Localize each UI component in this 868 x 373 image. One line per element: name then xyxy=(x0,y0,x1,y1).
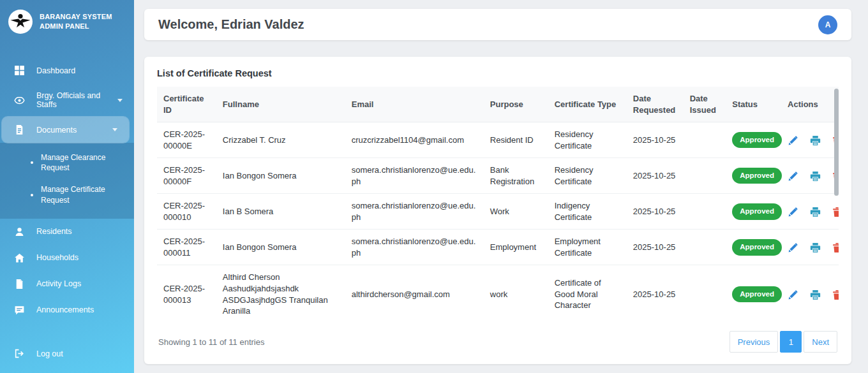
sidebar: BARANGAY SYSTEM ADMIN PANEL Dashboard Br… xyxy=(0,0,134,373)
table-row: CER-2025-00000E Crizzabel T. Cruz cruzcr… xyxy=(157,122,839,158)
cell-actions xyxy=(781,230,839,265)
cell-certificate-type: Employment Certificate xyxy=(548,230,627,265)
chevron-down-icon xyxy=(117,99,123,102)
cell-fullname: Ian Bongon Somera xyxy=(216,230,345,265)
pagination: Previous 1 Next xyxy=(730,331,837,353)
sidebar-item-dashboard[interactable]: Dashboard xyxy=(0,57,134,84)
edit-icon[interactable] xyxy=(788,135,798,146)
certificate-request-table: Certificate IDFullnameEmailPurposeCertif… xyxy=(157,87,839,323)
column-header: Date Requested xyxy=(627,87,684,122)
table-container: Certificate IDFullnameEmailPurposeCertif… xyxy=(157,87,839,323)
delete-icon[interactable] xyxy=(832,289,839,300)
sidebar-item-documents[interactable]: Documents xyxy=(2,117,129,143)
cell-purpose: Resident ID xyxy=(484,122,548,158)
table-row: CER-2025-000013 Althird Cherson Aashudkj… xyxy=(157,265,839,323)
sidebar-item-households[interactable]: Households xyxy=(0,245,134,271)
cell-date-requested: 2025-10-25 xyxy=(627,194,684,230)
announcement-icon xyxy=(14,305,25,316)
edit-icon[interactable] xyxy=(788,242,798,253)
column-header: Email xyxy=(345,87,484,122)
cell-date-requested: 2025-10-25 xyxy=(627,122,684,158)
edit-icon[interactable] xyxy=(788,207,798,217)
brand-line2: ADMIN PANEL xyxy=(40,22,112,31)
print-icon[interactable] xyxy=(810,135,821,146)
cell-actions xyxy=(781,122,839,158)
delete-icon[interactable] xyxy=(832,242,839,253)
documents-submenu: Manage Clearance Request Manage Certific… xyxy=(0,143,134,219)
column-header: Certificate ID xyxy=(157,87,216,122)
sidebar-item-brgy-officials-and-staffs[interactable]: Brgy. Officials and Staffs xyxy=(0,84,134,117)
cell-email: somera.christianlorenzo@ue.edu.ph xyxy=(345,194,484,230)
status-badge: Approved xyxy=(732,132,782,149)
edit-icon[interactable] xyxy=(788,171,798,182)
column-header: Certificate Type xyxy=(548,87,627,122)
cell-certificate-id: CER-2025-000010 xyxy=(157,194,216,230)
cell-status: Approved xyxy=(726,230,781,265)
column-header: Purpose xyxy=(484,87,548,122)
certificate-request-card: List of Certificate Request Certificate … xyxy=(144,57,851,364)
print-icon[interactable] xyxy=(810,207,821,217)
cell-status: Approved xyxy=(726,265,781,323)
edit-icon[interactable] xyxy=(788,289,798,300)
page-1-button[interactable]: 1 xyxy=(780,331,802,353)
cell-purpose: work xyxy=(484,265,548,323)
cell-fullname: Crizzabel T. Cruz xyxy=(216,122,345,158)
status-badge: Approved xyxy=(732,286,782,303)
cell-certificate-type: Indigency Certificate xyxy=(548,194,627,230)
column-header: Actions xyxy=(781,87,839,122)
cell-email: cruzcrizzabel1104@gmail.com xyxy=(345,122,484,158)
cell-email: somera.christianlorenzo@ue.edu.ph xyxy=(345,230,484,265)
sidebar-item-activity-logs[interactable]: Activity Logs xyxy=(0,271,134,297)
table-row: CER-2025-00000F Ian Bongon Somera somera… xyxy=(157,158,839,194)
cell-purpose: Bank Registration xyxy=(484,158,548,194)
brand-line1: BARANGAY SYSTEM xyxy=(40,12,112,22)
column-header: Date Issued xyxy=(684,87,726,122)
avatar[interactable]: A xyxy=(818,15,837,34)
logout-button[interactable]: Log out xyxy=(0,338,134,373)
print-icon[interactable] xyxy=(810,289,821,300)
cell-date-issued xyxy=(684,265,726,323)
sidebar-item-manage-clearance-request[interactable]: Manage Clearance Request xyxy=(0,147,134,179)
entries-summary: Showing 1 to 11 of 11 entries xyxy=(158,337,264,347)
logout-label: Log out xyxy=(36,349,63,358)
status-badge: Approved xyxy=(732,203,782,220)
delete-icon[interactable] xyxy=(832,207,839,217)
table-scrollbar[interactable] xyxy=(834,89,839,196)
print-icon[interactable] xyxy=(810,171,821,182)
cell-status: Approved xyxy=(726,194,781,230)
previous-page-button[interactable]: Previous xyxy=(730,331,779,353)
sidebar-item-label: Manage Certificate Request xyxy=(41,184,125,205)
sidebar-item-label: Manage Clearance Request xyxy=(41,152,125,173)
sidebar-item-label: Activity Logs xyxy=(36,279,125,288)
file-icon xyxy=(14,279,25,289)
cell-purpose: Work xyxy=(484,194,548,230)
sidebar-item-manage-certificate-request[interactable]: Manage Certificate Request xyxy=(0,179,134,210)
table-header-row: Certificate IDFullnameEmailPurposeCertif… xyxy=(157,87,839,122)
status-badge: Approved xyxy=(732,239,782,256)
sidebar-item-label: Dashboard xyxy=(36,66,125,75)
column-header: Fullname xyxy=(216,87,345,122)
cell-date-issued xyxy=(684,158,726,194)
sidebar-item-label: Households xyxy=(36,253,125,262)
cell-certificate-id: CER-2025-000013 xyxy=(157,265,216,323)
next-page-button[interactable]: Next xyxy=(804,331,837,353)
print-icon[interactable] xyxy=(810,242,821,253)
welcome-card: Welcome, Edrian Valdez A xyxy=(144,9,851,40)
column-header: Status xyxy=(726,87,781,122)
sidebar-item-residents[interactable]: Residents xyxy=(0,219,134,245)
cell-fullname: Althird Cherson Aashudkjahdsjashdk ASDGJ… xyxy=(216,265,345,323)
sidebar-item-announcements[interactable]: Announcements xyxy=(0,297,134,323)
cell-date-requested: 2025-10-25 xyxy=(627,158,684,194)
home-icon xyxy=(14,252,25,263)
cell-status: Approved xyxy=(726,122,781,158)
eye-icon xyxy=(14,95,25,106)
table-body: CER-2025-00000E Crizzabel T. Cruz cruzcr… xyxy=(157,122,839,323)
main-content: Welcome, Edrian Valdez A List of Certifi… xyxy=(134,0,868,373)
sidebar-item-label: Brgy. Officials and Staffs xyxy=(36,91,106,109)
brand-logo-icon xyxy=(8,9,33,34)
cell-fullname: Ian B Somera xyxy=(216,194,345,230)
cell-fullname: Ian Bongon Somera xyxy=(216,158,345,194)
cell-date-issued xyxy=(684,194,726,230)
cell-certificate-type: Residency Certificate xyxy=(548,122,627,158)
cell-email: somera.christianlorenzo@ue.edu.ph xyxy=(345,158,484,194)
